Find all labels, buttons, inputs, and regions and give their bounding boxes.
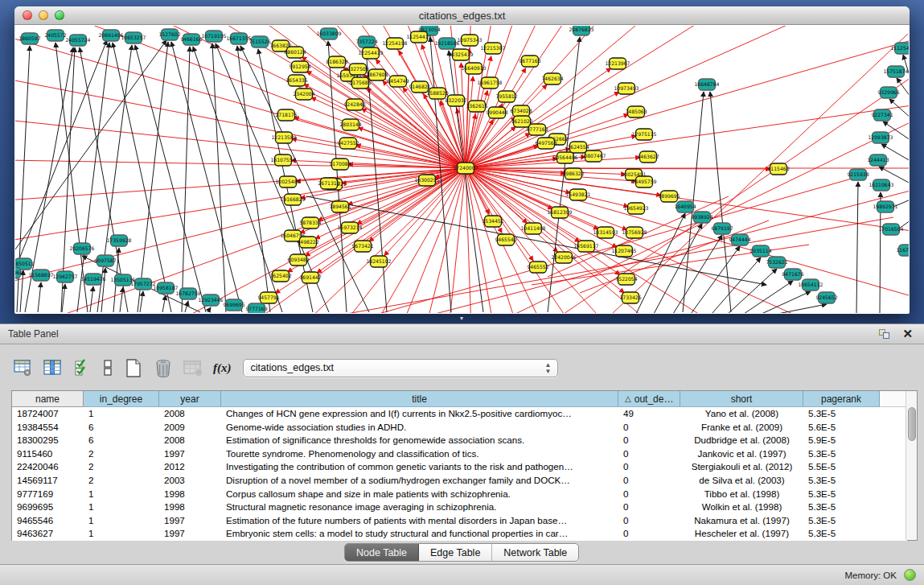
graph-node[interactable]: 2718176 <box>275 109 297 121</box>
graph-node[interactable]: 15751874 <box>883 66 908 77</box>
graph-node[interactable]: 7986322 <box>562 168 584 179</box>
graph-node[interactable]: 9777169 <box>526 124 548 135</box>
graph-node[interactable]: 9677163 <box>519 56 540 67</box>
table-row[interactable]: 911546021997Tourette syndrome. Phenomeno… <box>12 447 907 461</box>
graph-node[interactable]: 19218586 <box>434 38 459 49</box>
graph-node[interactable]: 2671310 <box>318 178 339 189</box>
table-row[interactable]: 946362711997Embryonic stem cells: a mode… <box>12 527 907 541</box>
column-header-out_de…[interactable]: △out_de… <box>618 391 680 407</box>
graph-node[interactable]: 9990448 <box>486 107 507 118</box>
graph-node[interactable]: 8454749 <box>387 76 409 87</box>
graph-node[interactable]: 20691406 <box>98 30 123 41</box>
graph-node[interactable]: 2342004 <box>293 89 314 100</box>
graph-node[interactable]: 9673421 <box>351 241 373 252</box>
graph-node[interactable]: 18245102 <box>366 256 391 267</box>
graph-node[interactable]: 8471676 <box>782 269 803 280</box>
graph-node[interactable]: 19166829 <box>280 194 305 205</box>
table-row[interactable]: 1872400712008Changes of HCN gene express… <box>12 407 907 421</box>
graph-node[interactable]: 10756928 <box>622 227 647 238</box>
graph-node[interactable]: 8860124 <box>284 47 306 58</box>
table-row[interactable]: 1938455462009Genome-wide association stu… <box>12 421 907 435</box>
table-row[interactable]: 946554611997Estimation of the future num… <box>12 514 907 528</box>
tab-network-table[interactable]: Network Table <box>492 544 578 561</box>
table-row[interactable]: 1830029562008Estimation of significance … <box>12 434 907 447</box>
float-panel-icon[interactable] <box>879 329 890 340</box>
graph-node[interactable]: 1362615 <box>466 101 487 112</box>
column-header-in_degree[interactable]: in_degree <box>84 391 159 407</box>
table-row[interactable]: 2242004622012Investigating the contribut… <box>12 460 907 474</box>
graph-node[interactable]: 11125441 <box>890 43 909 54</box>
network-table-selector[interactable]: citations_edges.txt ▲▼ <box>243 359 558 377</box>
graph-node[interactable]: 12093873 <box>868 132 893 143</box>
graph-node[interactable]: 9777169 <box>245 303 267 313</box>
graph-node[interactable]: 8186328 <box>326 56 347 68</box>
network-view-window[interactable]: citations_edges.txt 18605972405572240557… <box>14 6 910 314</box>
graph-node[interactable]: 7515526 <box>248 36 270 47</box>
graph-node[interactable]: 12213589 <box>271 132 296 143</box>
graph-node[interactable]: 2935114 <box>749 245 771 257</box>
graph-node[interactable]: 7522054 <box>615 274 637 285</box>
graph-node[interactable]: 14569117 <box>573 241 598 252</box>
graph-node[interactable]: 1733426 <box>619 292 641 303</box>
graph-node[interactable]: 1534451 <box>482 216 503 227</box>
graph-node[interactable]: 9227341 <box>871 109 893 121</box>
scrollbar-thumb[interactable] <box>908 407 916 441</box>
graph-node[interactable]: 1167533 <box>896 245 909 256</box>
graph-node[interactable]: 5878334 <box>299 217 321 229</box>
graph-node[interactable]: 17016504 <box>878 224 903 235</box>
table-row[interactable]: 1456911722003Disruption of a novel membe… <box>12 474 907 488</box>
graph-node[interactable]: 6093489 <box>287 254 309 266</box>
graph-node[interactable]: 9175685 <box>349 77 371 89</box>
graph-node[interactable]: 9457791 <box>257 292 279 303</box>
graph-node[interactable]: 6497568 <box>535 138 556 149</box>
pane-splitter-handle[interactable]: ▾ <box>457 315 466 322</box>
graph-node[interactable]: 2803144 <box>339 119 361 130</box>
graph-node[interactable]: 9899695 <box>658 191 680 202</box>
column-header-name[interactable]: name <box>12 391 84 407</box>
graph-node[interactable]: 7625402 <box>269 270 291 282</box>
graph-node[interactable]: 19892971 <box>873 201 897 212</box>
graph-node[interactable]: 16033809 <box>316 28 341 39</box>
window-titlebar[interactable]: citations_edges.txt <box>14 6 910 25</box>
column-header-year[interactable]: year <box>159 391 221 407</box>
graph-node[interactable]: 1527602 <box>158 29 180 40</box>
graph-node[interactable]: 16671355 <box>226 33 251 44</box>
column-header-pagerank[interactable]: pagerank <box>803 391 880 407</box>
graph-node[interactable]: 7462634 <box>541 73 563 84</box>
graph-node[interactable]: 2405572 <box>44 30 66 41</box>
graph-node[interactable]: 10025488 <box>275 176 300 187</box>
graph-node[interactable]: 20876823 <box>569 26 593 35</box>
graph-node[interactable]: 20206576 <box>69 243 94 254</box>
graph-node[interactable]: 9465552 <box>527 262 548 273</box>
graph-node[interactable]: 12942757 <box>52 271 77 282</box>
graph-node[interactable]: 8322037 <box>445 95 466 106</box>
table-vertical-scrollbar[interactable] <box>906 391 917 540</box>
graph-node[interactable]: 9699695 <box>223 299 244 311</box>
new-table-icon[interactable] <box>124 358 143 377</box>
graph-node[interactable]: 7532621 <box>766 257 787 268</box>
column-settings-icon[interactable] <box>43 358 62 377</box>
graph-node[interactable]: 7894561 <box>329 201 351 212</box>
delete-table-icon[interactable] <box>154 358 173 377</box>
graph-node[interactable]: 18107554 <box>270 154 295 166</box>
graph-node[interactable]: 5912954 <box>289 61 310 72</box>
graph-node[interactable]: 9427552 <box>337 138 359 149</box>
graph-node[interactable]: 9465549 <box>495 234 516 245</box>
graph-node[interactable]: 10653257 <box>121 32 146 43</box>
graph-node[interactable]: 16210643 <box>869 179 893 191</box>
network-graph-canvas[interactable]: 1860597240557224055724206914061065325715… <box>15 26 909 313</box>
graph-node[interactable]: 10975343 <box>457 35 482 46</box>
graph-node[interactable]: 10654112 <box>798 279 823 290</box>
graph-node[interactable]: 19654923 <box>623 203 648 214</box>
graph-node[interactable]: 9329966 <box>877 87 899 98</box>
graph-node[interactable]: 17359928 <box>106 235 131 246</box>
graph-node[interactable]: 15493821 <box>565 189 590 200</box>
graph-node[interactable]: 12215387 <box>480 43 505 54</box>
graph-node[interactable]: 12254198 <box>382 38 407 49</box>
graph-node[interactable]: 9097587 <box>94 255 116 266</box>
table-row[interactable]: 977716911998Corpus callosum shape and si… <box>12 488 907 501</box>
table-row[interactable]: 969969511998Structural magnetic resonanc… <box>12 501 907 514</box>
column-header-short[interactable]: short <box>680 391 803 407</box>
tab-node-table[interactable]: Node Table <box>345 544 419 561</box>
graph-node[interactable]: 24055724 <box>65 35 90 46</box>
